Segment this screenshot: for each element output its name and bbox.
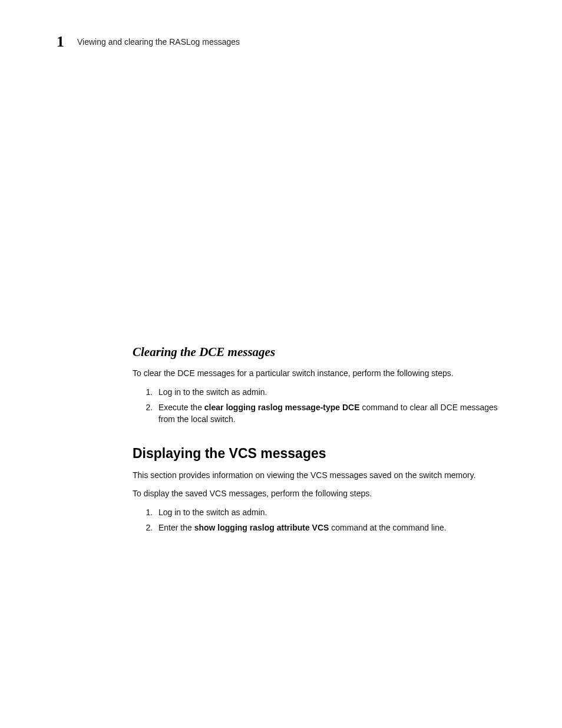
command-text: clear logging raslog message-type DCE bbox=[204, 403, 360, 412]
running-header: 1 Viewing and clearing the RASLog messag… bbox=[57, 34, 515, 50]
steps-displaying-vcs: Log in to the switch as admin. Enter the… bbox=[133, 506, 515, 534]
page: 1 Viewing and clearing the RASLog messag… bbox=[0, 0, 562, 728]
step-text-pre: Enter the bbox=[158, 523, 194, 532]
step-text-pre: Execute the bbox=[158, 403, 204, 412]
lead-displaying-vcs: To display the saved VCS messages, perfo… bbox=[133, 488, 515, 499]
command-text: show logging raslog attribute VCS bbox=[194, 523, 329, 532]
heading-displaying-vcs: Displaying the VCS messages bbox=[133, 446, 515, 462]
step-item: Log in to the switch as admin. bbox=[155, 506, 515, 518]
running-title: Viewing and clearing the RASLog messages bbox=[77, 37, 240, 47]
step-item: Execute the clear logging raslog message… bbox=[155, 401, 515, 426]
step-item: Log in to the switch as admin. bbox=[155, 386, 515, 398]
chapter-number: 1 bbox=[57, 34, 64, 50]
step-text-post: command at the command line. bbox=[329, 523, 446, 532]
heading-clearing-dce: Clearing the DCE messages bbox=[133, 345, 515, 360]
main-content: Clearing the DCE messages To clear the D… bbox=[133, 345, 515, 539]
intro-displaying-vcs: This section provides information on vie… bbox=[133, 470, 515, 481]
intro-clearing-dce: To clear the DCE messages for a particul… bbox=[133, 368, 515, 379]
steps-clearing-dce: Log in to the switch as admin. Execute t… bbox=[133, 386, 515, 426]
step-item: Enter the show logging raslog attribute … bbox=[155, 522, 515, 533]
